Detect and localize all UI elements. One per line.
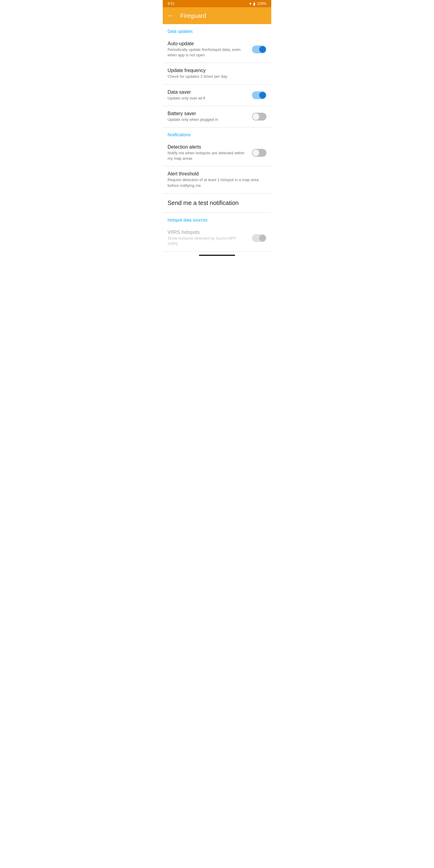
battery-icon: ▮	[253, 1, 255, 6]
alert-threshold-subtitle: Require detection of at least 1 hotspot …	[167, 177, 261, 188]
setting-alert-threshold[interactable]: Alert threshold Require detection of at …	[163, 166, 271, 193]
setting-battery-saver[interactable]: Battery saver Update only when plugged i…	[163, 106, 271, 127]
auto-update-subtitle: Periodically update fire/hotspot data, e…	[167, 47, 247, 58]
alert-threshold-title: Alert threshold	[167, 171, 261, 177]
section-notifications: Notifications	[163, 127, 271, 140]
data-saver-subtitle: Update only over wi-fi	[167, 96, 247, 101]
battery-saver-subtitle: Update only when plugged in	[167, 117, 247, 122]
battery-percent: 100%	[257, 1, 267, 6]
app-bar-title: Fireguard	[180, 12, 206, 19]
detection-alerts-subtitle: Notify me when hotspots are detected wit…	[167, 150, 247, 161]
setting-viirs-hotspots[interactable]: VIIRS hotspots Show hotspots detected by…	[163, 225, 271, 252]
wifi-icon: ▾	[249, 1, 251, 6]
setting-data-saver[interactable]: Data saver Update only over wi-fi	[163, 85, 271, 106]
settings-content: Data updates Auto-update Periodically up…	[163, 24, 271, 252]
setting-detection-alerts[interactable]: Detection alerts Notify me when hotspots…	[163, 140, 271, 166]
section-data-updates: Data updates	[163, 24, 271, 36]
detection-alerts-toggle[interactable]	[252, 149, 267, 157]
setting-update-frequency[interactable]: Update frequency Check for updates 2 tim…	[163, 63, 271, 84]
status-bar: 9:51 ▾ ▮ 100%	[163, 0, 271, 7]
data-saver-title: Data saver	[167, 90, 247, 95]
viirs-title: VIIRS hotspots	[167, 230, 247, 235]
battery-saver-toggle[interactable]	[252, 113, 267, 121]
bottom-nav-bar	[163, 252, 271, 259]
data-saver-toggle[interactable]	[252, 91, 267, 99]
status-time: 9:51	[167, 1, 175, 6]
update-frequency-subtitle: Check for updates 2 times per day	[167, 74, 261, 79]
viirs-subtitle: Show hotspots detected by Suomi-NPP VIIR…	[167, 236, 247, 247]
app-bar: ← Fireguard	[163, 7, 271, 24]
back-button[interactable]: ←	[167, 12, 174, 20]
setting-auto-update[interactable]: Auto-update Periodically update fire/hot…	[163, 36, 271, 63]
battery-saver-title: Battery saver	[167, 111, 247, 116]
home-indicator	[199, 255, 235, 256]
status-icons: ▾ ▮ 100%	[249, 1, 267, 6]
viirs-toggle[interactable]	[252, 234, 267, 242]
section-hotspot-sources: Hotspot data sources	[163, 213, 271, 225]
update-frequency-title: Update frequency	[167, 68, 261, 73]
test-notification-label: Send me a test notification	[167, 199, 267, 207]
detection-alerts-title: Detection alerts	[167, 144, 247, 150]
auto-update-toggle[interactable]	[252, 45, 267, 53]
test-notification-item[interactable]: Send me a test notification	[163, 193, 271, 213]
auto-update-title: Auto-update	[167, 41, 247, 46]
